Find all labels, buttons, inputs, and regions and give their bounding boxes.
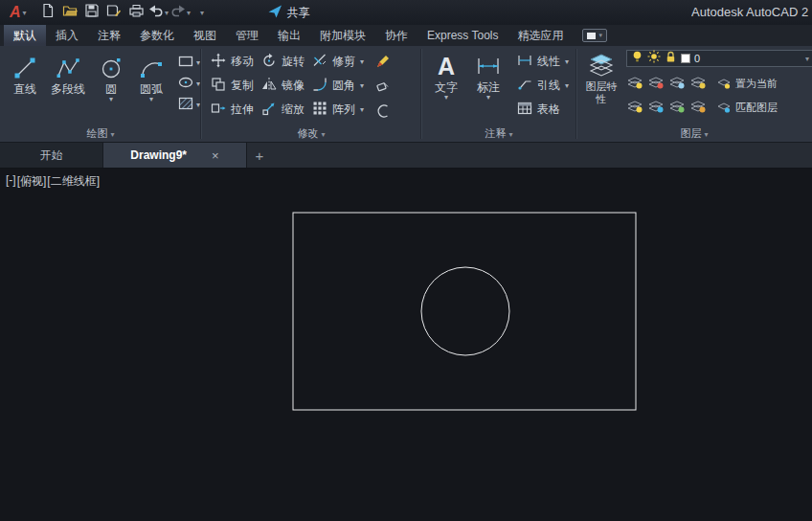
- layer-off-icon[interactable]: [626, 76, 643, 93]
- redo-button[interactable]: ▾: [170, 3, 191, 22]
- viewport-menu-control[interactable]: [-]: [6, 173, 16, 190]
- fillet-button[interactable]: 圆角▾: [312, 74, 372, 98]
- scale-label: 缩放: [282, 102, 304, 118]
- ribbon-tab-view[interactable]: 视图: [184, 25, 226, 46]
- file-tab-drawing9[interactable]: Drawing9* ×: [103, 143, 247, 168]
- new-drawing-tab-button[interactable]: +: [247, 143, 272, 168]
- draw-extra-tools: ▾ ▾ ▾: [178, 52, 200, 114]
- layer-unlock-icon[interactable]: [668, 100, 686, 117]
- layer-on-icon[interactable]: [626, 100, 643, 117]
- share-button[interactable]: 共享: [268, 5, 310, 21]
- stretch-label: 拉伸: [231, 102, 254, 118]
- trim-icon: [312, 53, 327, 71]
- layer-thaw-icon[interactable]: [647, 100, 665, 117]
- rectangle-button[interactable]: ▾: [178, 55, 200, 72]
- drawn-circle[interactable]: [421, 267, 509, 355]
- panel-label-layers[interactable]: 图层▾: [576, 125, 812, 142]
- circle-button[interactable]: 圆 ▾: [92, 52, 130, 114]
- trim-button[interactable]: 修剪▾: [312, 50, 372, 74]
- application-menu-button[interactable]: A ▾: [4, 0, 33, 25]
- ribbon-tab-parametric[interactable]: 参数化: [130, 25, 184, 46]
- table-button[interactable]: 表格: [517, 98, 576, 122]
- drawing-area[interactable]: [-] [俯视] [二维线框]: [0, 169, 812, 521]
- line-label: 直线: [13, 82, 36, 96]
- panel-label-draw[interactable]: 绘图▾: [0, 125, 201, 142]
- titlebar: A ▾ ▾ ▾ ▾ 共享 Autodesk AutoCAD 2: [0, 0, 812, 25]
- move-button[interactable]: 移动: [211, 50, 261, 74]
- arc-button[interactable]: 圆弧 ▾: [132, 52, 170, 114]
- layer-dropdown[interactable]: 0 ▾: [626, 50, 812, 67]
- move-label: 移动: [231, 54, 254, 70]
- new-file-button[interactable]: [38, 3, 58, 22]
- linear-dimension-icon: [517, 54, 532, 70]
- layer-lock-icon[interactable]: [689, 76, 707, 93]
- ellipse-icon: [178, 76, 193, 93]
- ribbon-tab-annotate[interactable]: 注释: [88, 25, 130, 46]
- erase-icon[interactable]: [375, 79, 391, 98]
- panel-draw: 直线 多段线 圆 ▾ 圆弧 ▾ ▾ ▾: [0, 46, 201, 142]
- linear-label: 线性: [537, 54, 560, 70]
- visual-style-control[interactable]: [二维线框]: [47, 173, 100, 190]
- match-layer-button[interactable]: 匹配图层: [716, 101, 778, 115]
- rotate-button[interactable]: 旋转: [261, 50, 312, 74]
- panel-label-annotate[interactable]: 注释▾: [421, 125, 576, 142]
- save-icon: [84, 3, 100, 22]
- layer-freeze-icon[interactable]: [668, 76, 686, 93]
- add-icon: +: [256, 147, 264, 164]
- layer-walk-icon[interactable]: [689, 100, 707, 117]
- ribbon-tab-addins[interactable]: 附加模块: [310, 25, 375, 46]
- ribbon-tab-manage[interactable]: 管理: [226, 25, 268, 46]
- ribbon-tab-output[interactable]: 输出: [268, 25, 310, 46]
- fillet-icon: [312, 77, 327, 95]
- copy-button[interactable]: 复制: [211, 74, 261, 98]
- linear-dimension-button[interactable]: 线性▾: [517, 50, 576, 74]
- dimension-button[interactable]: 标注 ▾: [469, 50, 508, 122]
- ellipse-button[interactable]: ▾: [178, 76, 200, 93]
- plot-button[interactable]: [126, 3, 147, 22]
- panel-label-modify[interactable]: 修改▾: [201, 125, 421, 142]
- polyline-icon: [56, 54, 80, 82]
- share-label: 共享: [287, 5, 310, 21]
- quick-access-toolbar: ▾ ▾ ▾: [38, 3, 213, 22]
- panel-modify: 移动 复制 拉伸 旋转 镜像 缩放 修剪▾ 圆角▾ 阵列▾: [201, 46, 421, 142]
- save-as-button[interactable]: [104, 3, 124, 22]
- layer-properties-button[interactable]: 图层特性: [582, 50, 620, 120]
- polyline-button[interactable]: 多段线: [46, 52, 90, 114]
- ribbon-tab-collaborate[interactable]: 协作: [375, 25, 417, 46]
- rectangle-icon: [178, 55, 193, 72]
- ribbon-tab-insert[interactable]: 插入: [46, 25, 88, 46]
- open-file-button[interactable]: [60, 3, 80, 22]
- chevron-down-icon: ▾: [360, 82, 364, 90]
- ribbon-tab-home[interactable]: 默认: [4, 25, 46, 46]
- ribbon-tab-express-tools[interactable]: Express Tools: [417, 25, 508, 46]
- close-tab-icon[interactable]: ×: [212, 148, 219, 163]
- array-label: 阵列: [332, 102, 355, 118]
- text-button[interactable]: A 文字 ▾: [429, 50, 463, 122]
- view-control[interactable]: [俯视]: [17, 173, 47, 190]
- scale-icon: [261, 101, 277, 119]
- mirror-button[interactable]: 镜像: [261, 74, 312, 98]
- layer-properties-icon: [587, 52, 616, 80]
- chevron-down-icon: ▾: [23, 9, 27, 17]
- file-tab-start[interactable]: 开始: [0, 143, 103, 168]
- match-properties-icon[interactable]: [375, 54, 391, 73]
- customize-quick-access-button[interactable]: ▾: [192, 3, 213, 22]
- line-button[interactable]: 直线: [6, 52, 44, 114]
- model-space[interactable]: [0, 169, 812, 521]
- move-icon: [211, 53, 226, 71]
- drawn-rect[interactable]: [293, 213, 636, 410]
- undo-button[interactable]: ▾: [148, 3, 169, 22]
- leader-button[interactable]: 引线▾: [517, 74, 576, 98]
- save-button[interactable]: [82, 3, 102, 22]
- break-icon[interactable]: [375, 103, 391, 123]
- ribbon-tab-featured-apps[interactable]: 精选应用: [508, 25, 573, 46]
- hatch-button[interactable]: ▾: [178, 97, 200, 114]
- polyline-label: 多段线: [51, 82, 85, 96]
- chevron-down-icon: ▾: [565, 58, 569, 66]
- scale-button[interactable]: 缩放: [261, 98, 312, 122]
- make-current-button[interactable]: 置为当前: [716, 77, 778, 91]
- stretch-button[interactable]: 拉伸: [211, 98, 261, 122]
- ribbon-display-toggle[interactable]: ▾: [582, 29, 607, 42]
- layer-isolate-icon[interactable]: [647, 76, 665, 93]
- array-button[interactable]: 阵列▾: [312, 98, 372, 122]
